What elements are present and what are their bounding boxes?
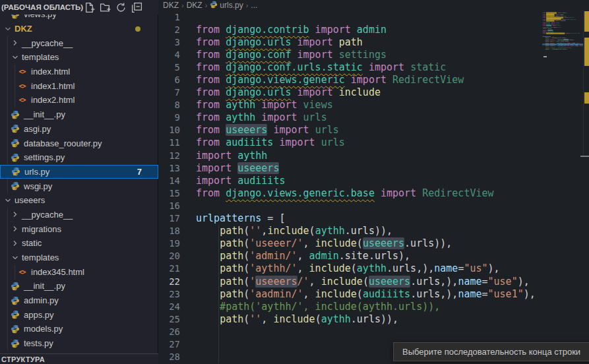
folder-templates[interactable]: templates: [0, 50, 158, 65]
breadcrumb-item[interactable]: ...: [251, 1, 257, 10]
folder-static[interactable]: static: [0, 236, 158, 251]
line-number[interactable]: 11: [159, 137, 180, 148]
file-index.html[interactable]: <>index.html: [0, 65, 158, 79]
scrollbar-position-line[interactable]: [580, 156, 589, 157]
line-number[interactable]: 13: [159, 163, 180, 173]
line-number[interactable]: 21: [159, 263, 180, 274]
code-line[interactable]: 19 path('useeer/', include(useeers.urls)…: [159, 237, 589, 250]
file-index1.html[interactable]: <>index1.html: [0, 78, 158, 93]
code-line[interactable]: 22 path('useeers/', include(useeers.urls…: [159, 275, 589, 288]
folder-__pycache__[interactable]: __pycache__: [0, 36, 158, 50]
line-number[interactable]: 8: [159, 100, 180, 110]
code-line[interactable]: 3from django.urls import path: [159, 36, 589, 48]
line-number[interactable]: 19: [159, 238, 180, 249]
file-asgi.py[interactable]: asgi.py: [0, 122, 158, 136]
explorer-sidebar: (РАБОЧАЯ ОБЛАСТЬ) ... views.pyDKZ__pycac…: [0, 0, 158, 364]
line-number[interactable]: 24: [159, 301, 180, 312]
line-number[interactable]: 1: [159, 12, 180, 22]
line-number[interactable]: 9: [159, 112, 180, 123]
code-line[interactable]: 11from audiiits import urls: [159, 136, 589, 149]
minimap[interactable]: from django.contrib import adminfrom dja…: [542, 11, 583, 123]
code-line[interactable]: 10from useeers import urls: [159, 124, 589, 136]
file-urls.py[interactable]: urls.py7: [0, 165, 158, 179]
folder-__pycache__[interactable]: __pycache__: [0, 208, 158, 222]
line-number[interactable]: 2: [159, 24, 180, 35]
file-database_roouter.py[interactable]: database_roouter.py: [0, 136, 158, 150]
line-number[interactable]: 10: [159, 125, 180, 135]
code-area[interactable]: 12from django.contrib import admin3from …: [159, 11, 589, 363]
new-folder-icon[interactable]: [100, 2, 111, 13]
line-number[interactable]: 16: [159, 200, 180, 211]
file-__init__.py[interactable]: __init__.py: [0, 279, 158, 293]
line-number[interactable]: 28: [159, 351, 180, 362]
line-number[interactable]: 6: [159, 75, 180, 85]
code-line[interactable]: 14import audiiits: [159, 174, 589, 187]
chevron-right-icon[interactable]: [10, 238, 20, 249]
code-line[interactable]: 8from aythh import views: [159, 99, 589, 111]
chevron-down-icon[interactable]: [10, 52, 20, 63]
file-admin.py[interactable]: admin.py: [0, 293, 158, 308]
chevron-right-icon[interactable]: [10, 38, 20, 48]
code-line[interactable]: 24 #path('aythh/', include(aythh.urls)),: [159, 300, 589, 313]
code-line[interactable]: 7from django.urls import include: [159, 86, 589, 99]
line-number[interactable]: 7: [159, 87, 180, 98]
code-line[interactable]: 21 path('aythh/', include(aythh.urls,),n…: [159, 262, 589, 275]
code-line[interactable]: 25 path('', include(aythh.urls)),: [159, 313, 589, 325]
code-line[interactable]: 17urlpatterns = [: [159, 212, 589, 225]
breadcrumb-item[interactable]: DKZ: [187, 1, 202, 10]
file-index2.html[interactable]: <>index2.html: [0, 93, 158, 107]
chevron-down-icon[interactable]: [10, 253, 20, 263]
code-line[interactable]: 20 path('admin/', admin.site.urls),: [159, 250, 589, 262]
line-number[interactable]: 12: [159, 150, 180, 161]
line-number[interactable]: 25: [159, 314, 180, 324]
line-number[interactable]: 18: [159, 226, 180, 236]
folder-migrations[interactable]: migrations: [0, 222, 158, 236]
line-number[interactable]: 3: [159, 37, 180, 47]
line-number[interactable]: 27: [159, 339, 180, 349]
line-number[interactable]: 4: [159, 49, 180, 60]
line-number[interactable]: 23: [159, 289, 180, 299]
code-line[interactable]: 9from aythh import urls: [159, 111, 589, 124]
code-line[interactable]: 16: [159, 199, 589, 212]
line-number[interactable]: 15: [159, 188, 180, 198]
code-line[interactable]: 15from django.views.generic.base import …: [159, 187, 589, 199]
file-__init__.py[interactable]: __init__.py: [0, 107, 158, 122]
outline-section-header[interactable]: СТРУКТУРА: [0, 353, 158, 364]
file-models.py[interactable]: models.py: [0, 322, 158, 336]
folder-templates[interactable]: templates: [0, 251, 158, 265]
folder-useeers[interactable]: useeers: [0, 193, 158, 208]
collapse-folders-icon[interactable]: [131, 2, 142, 13]
code-line[interactable]: 26: [159, 325, 589, 338]
chevron-right-icon[interactable]: [10, 224, 20, 234]
chevron-down-icon[interactable]: [3, 195, 13, 206]
code-line[interactable]: 1: [159, 11, 589, 23]
chevron-down-icon[interactable]: [3, 24, 13, 34]
code-line[interactable]: 23 path('aadmin/', include(audiiits.urls…: [159, 288, 589, 300]
refresh-icon[interactable]: [115, 2, 127, 13]
code-line[interactable]: 12import aythh: [159, 149, 589, 162]
code-line[interactable]: 5from django.conf.urls.static import sta…: [159, 61, 589, 73]
line-number[interactable]: 20: [159, 251, 180, 261]
breadcrumb-item[interactable]: DKZ: [163, 1, 179, 10]
code-line[interactable]: 4from django.conf import settings: [159, 48, 589, 61]
code-line[interactable]: 2from django.contrib import admin: [159, 23, 589, 36]
line-number[interactable]: 14: [159, 175, 180, 186]
code-token: ,: [309, 276, 321, 288]
explorer-section-header[interactable]: (РАБОЧАЯ ОБЛАСТЬ) ...: [0, 0, 158, 15]
file-tests.py[interactable]: tests.py: [0, 336, 158, 351]
line-number[interactable]: 5: [159, 62, 180, 73]
line-number[interactable]: 17: [159, 213, 180, 224]
file-wsgi.py[interactable]: wsgi.py: [0, 179, 158, 193]
code-line[interactable]: 18 path('',include(aythh.urls)),: [159, 225, 589, 237]
line-number[interactable]: 26: [159, 326, 180, 337]
new-file-icon[interactable]: [84, 2, 95, 13]
code-line[interactable]: 13import useeers: [159, 162, 589, 174]
file-apps.py[interactable]: apps.py: [0, 307, 158, 322]
file-settings.py[interactable]: settings.py: [0, 150, 158, 165]
breadcrumb-item[interactable]: urls.py: [210, 1, 243, 11]
folder-DKZ[interactable]: DKZ: [0, 22, 158, 36]
file-index345.html[interactable]: <>index345.html: [0, 264, 158, 279]
code-line[interactable]: 6from django.views.generic import Redire…: [159, 73, 589, 86]
line-number[interactable]: 22: [159, 276, 180, 287]
chevron-right-icon[interactable]: [10, 209, 20, 220]
